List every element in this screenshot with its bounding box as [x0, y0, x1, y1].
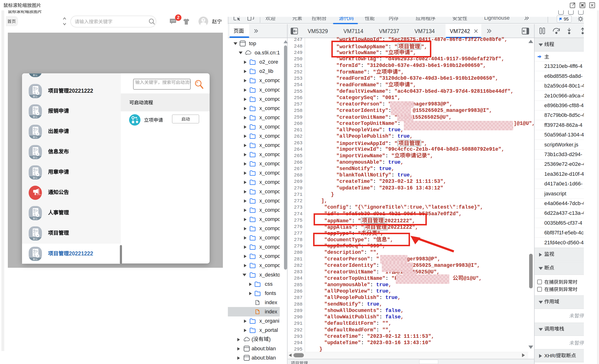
svg-text:NOTIFY: NOTIFY	[36, 194, 41, 195]
svg-text:?: ?	[202, 18, 204, 22]
